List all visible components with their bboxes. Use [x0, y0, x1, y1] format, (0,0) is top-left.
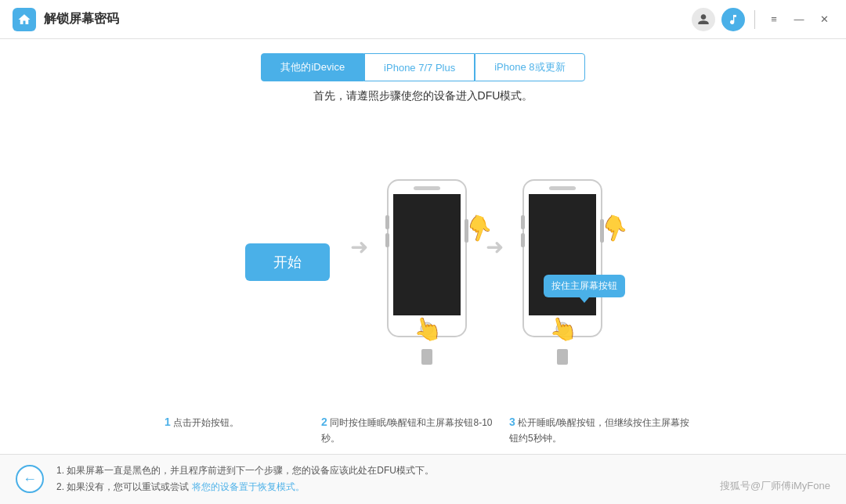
step-desc-3: 3 松开睡眠/唤醒按钮，但继续按住主屏幕按钮约5秒钟。	[494, 413, 697, 446]
step-text-2: 同时按住睡眠/唤醒钮和主屏幕按钮8-10秒。	[321, 417, 493, 443]
divider	[754, 10, 755, 29]
title-bar-right: ≡ — ✕	[692, 0, 833, 38]
title-bar: 解锁屏幕密码 ≡ — ✕	[0, 0, 846, 39]
steps-desc: 1 点击开始按钮。 2 同时按住睡眠/唤醒钮和主屏幕按钮8-10秒。 3 松开睡…	[0, 413, 846, 454]
steps-area: 开始 ➜	[0, 111, 846, 413]
svg-rect-5	[385, 215, 389, 229]
tooltip-bubble: 按住主屏幕按钮	[544, 275, 625, 297]
bottom-note-2: 2. 如果没有，您可以重试或尝试 将您的设备置于恢复模式。	[56, 479, 434, 496]
svg-rect-3	[414, 186, 440, 190]
watermark: 搜狐号@厂师傅iMyFone	[720, 479, 830, 493]
bottom-note-1: 1. 如果屏幕一直是黑色的，并且程序前进到下一个步骤，您的设备应该此处在DFU模…	[56, 463, 434, 480]
user-icon-btn[interactable]	[692, 8, 715, 31]
tab-iphone8newer[interactable]: iPhone 8或更新	[475, 53, 584, 81]
bottom-notes: 1. 如果屏幕一直是黑色的，并且程序前进到下一个步骤，您的设备应该此处在DFU模…	[56, 463, 434, 496]
phone-1: 👆 👆	[376, 172, 478, 352]
user-icon	[697, 13, 710, 26]
music-icon-btn[interactable]	[721, 8, 745, 31]
svg-rect-6	[385, 233, 389, 247]
subtitle-text: 首先，请遵照步骤使您的设备进入DFU模式。	[0, 89, 846, 103]
start-button-wrap: 开始	[233, 243, 342, 281]
page-title: 解锁屏幕密码	[44, 11, 119, 27]
music-icon	[727, 13, 739, 26]
phone-wrap-2: 👆 👆 按住主屏幕按钮	[512, 172, 613, 352]
close-button[interactable]: ✕	[815, 10, 833, 29]
tab-iphone77plus[interactable]: iPhone 7/7 Plus	[364, 53, 475, 81]
tab-other-idevice[interactable]: 其他的iDevice	[261, 53, 364, 81]
title-bar-left: 解锁屏幕密码	[13, 8, 119, 31]
cable-1	[421, 349, 432, 365]
svg-rect-1	[393, 194, 461, 315]
minimize-button[interactable]: —	[790, 10, 808, 29]
main-content: 其他的iDevice iPhone 7/7 Plus iPhone 8或更新 首…	[0, 39, 846, 504]
step-desc-2: 2 同时按住睡眠/唤醒钮和主屏幕按钮8-10秒。	[306, 413, 494, 446]
step-text-3: 松开睡眠/唤醒按钮，但继续按住主屏幕按钮约5秒钟。	[509, 417, 689, 443]
phone-wrap-1: 👆 👆	[376, 172, 478, 352]
svg-rect-13	[521, 233, 525, 247]
cable-2	[557, 349, 568, 365]
home-svg	[17, 13, 31, 27]
step-desc-1: 1 点击开始按钮。	[149, 413, 306, 446]
svg-rect-12	[521, 215, 525, 229]
back-button[interactable]: ←	[16, 465, 44, 493]
step-num-2: 2	[321, 416, 327, 428]
svg-rect-10	[549, 186, 576, 190]
bottom-note-2-text: 2. 如果没有，您可以重试或尝试	[56, 481, 189, 492]
step-num-3: 3	[509, 416, 515, 428]
start-button[interactable]: 开始	[245, 243, 330, 281]
step-text-1: 点击开始按钮。	[173, 417, 239, 428]
menu-icon[interactable]: ≡	[765, 10, 783, 29]
phone-2: 👆 👆 按住主屏幕按钮	[512, 172, 613, 352]
home-icon	[13, 8, 36, 31]
arrow-1: ➜	[350, 234, 368, 260]
step-num-1: 1	[164, 416, 171, 428]
tab-row: 其他的iDevice iPhone 7/7 Plus iPhone 8或更新	[0, 39, 846, 89]
recovery-link[interactable]: 将您的设备置于恢复模式。	[192, 481, 305, 492]
